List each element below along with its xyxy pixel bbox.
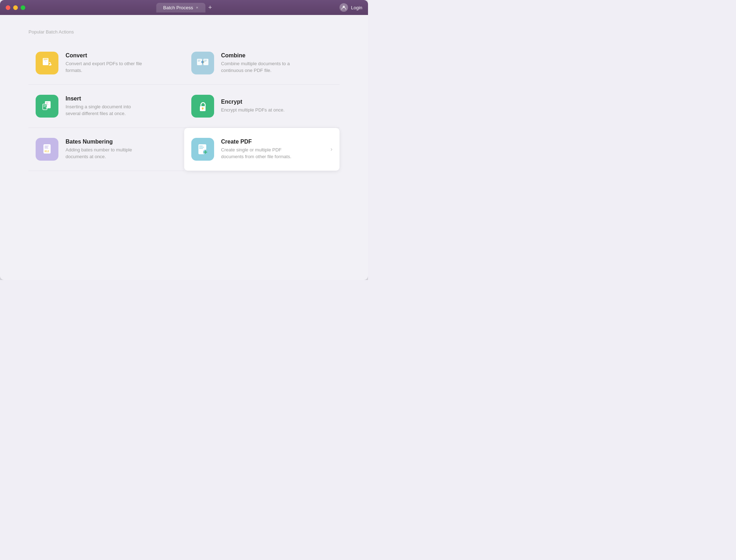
convert-description: Convert and export PDFs to other file fo…	[66, 61, 144, 73]
create-pdf-title: Create PDF	[221, 139, 300, 145]
svg-rect-20	[202, 109, 203, 110]
svg-rect-3	[43, 60, 46, 61]
tab-label: Batch Process	[163, 5, 193, 10]
svg-rect-23	[45, 147, 48, 147]
bates-description: Adding bates number to multiple document…	[66, 147, 144, 160]
insert-icon-bg	[36, 95, 58, 118]
encrypt-icon-bg	[191, 95, 214, 118]
svg-rect-24	[45, 148, 48, 149]
titlebar: Batch Process × + Login	[0, 0, 368, 15]
convert-text: Convert Convert and export PDFs to other…	[66, 52, 144, 73]
bates-title: Bates Numbering	[66, 139, 144, 145]
svg-text:012: 012	[45, 150, 49, 153]
svg-rect-10	[204, 61, 206, 62]
create-pdf-chevron: ›	[331, 146, 332, 152]
encrypt-title: Encrypt	[221, 99, 285, 105]
minimize-button[interactable]	[13, 5, 18, 10]
svg-rect-7	[198, 61, 200, 62]
insert-title: Insert	[66, 95, 144, 102]
bates-action[interactable]: 012 Bates Numbering Adding bates number …	[28, 128, 184, 171]
combine-action[interactable]: Combine Combine multiple documents to a …	[184, 42, 340, 85]
svg-rect-27	[199, 146, 203, 146]
svg-rect-9	[204, 60, 207, 61]
svg-rect-29	[199, 148, 203, 149]
bates-text: Bates Numbering Adding bates number to m…	[66, 139, 144, 160]
new-tab-button[interactable]: +	[208, 4, 212, 11]
convert-title: Convert	[66, 52, 144, 59]
avatar-icon	[340, 3, 348, 12]
insert-text: Insert Inserting a single document into …	[66, 95, 144, 116]
create-pdf-description: Create single or multiple PDF documents …	[221, 147, 300, 160]
insert-description: Inserting a single document into several…	[66, 104, 144, 116]
encrypt-action[interactable]: Encrypt Encrypt multiple PDFs at once.	[184, 85, 340, 128]
login-button[interactable]: Login	[340, 3, 362, 12]
app-window: Batch Process × + Login Popular Batch Ac…	[0, 0, 368, 280]
create-pdf-text: Create PDF Create single or multiple PDF…	[221, 139, 300, 160]
tab-bar: Batch Process × +	[156, 3, 212, 12]
actions-grid: Convert Convert and export PDFs to other…	[28, 42, 340, 171]
bates-icon-bg: 012	[36, 138, 58, 161]
close-button[interactable]	[6, 5, 10, 10]
create-pdf-icon-bg	[191, 138, 214, 161]
main-content: Popular Batch Actions	[0, 15, 368, 280]
svg-rect-22	[45, 146, 49, 146]
convert-action[interactable]: Convert Convert and export PDFs to other…	[28, 42, 184, 85]
combine-title: Combine	[221, 52, 300, 59]
encrypt-description: Encrypt multiple PDFs at once.	[221, 107, 285, 113]
create-pdf-action[interactable]: Create PDF Create single or multiple PDF…	[184, 128, 340, 171]
combine-description: Combine multiple documents to a continuo…	[221, 61, 300, 73]
svg-rect-28	[199, 147, 204, 148]
svg-rect-6	[198, 60, 201, 61]
encrypt-text: Encrypt Encrypt multiple PDFs at once.	[221, 99, 285, 113]
svg-rect-12	[46, 102, 48, 103]
section-title: Popular Batch Actions	[28, 29, 340, 35]
traffic-lights	[6, 5, 25, 10]
batch-process-tab[interactable]: Batch Process ×	[156, 3, 205, 12]
svg-rect-17	[43, 106, 46, 107]
maximize-button[interactable]	[21, 5, 25, 10]
svg-rect-16	[43, 105, 46, 106]
combine-text: Combine Combine multiple documents to a …	[221, 52, 300, 73]
combine-icon-bg	[191, 52, 214, 74]
insert-action[interactable]: Insert Inserting a single document into …	[28, 85, 184, 128]
login-label: Login	[351, 5, 362, 10]
convert-icon-bg	[36, 52, 58, 74]
svg-rect-15	[43, 104, 47, 110]
svg-rect-2	[43, 59, 48, 59]
tab-close-button[interactable]: ×	[196, 6, 198, 10]
